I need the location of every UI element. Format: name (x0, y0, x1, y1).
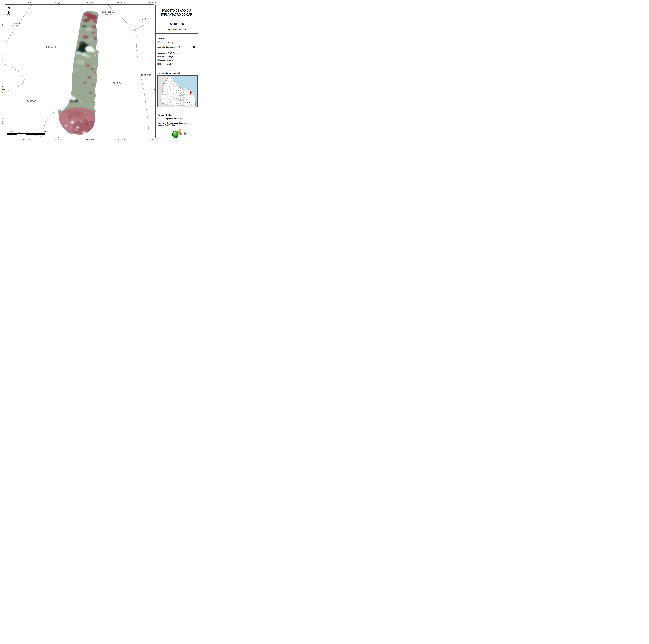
blue-channel-band: Band_2 (166, 63, 173, 65)
limite-municipal-swatch (158, 41, 160, 43)
label-sao-jose-de-mipibu: SÃO JOSÉ DE MIPIBU (102, 11, 115, 15)
lon-label-bottom-1: 35°24'0"W (23, 138, 31, 140)
scalebar-label-4km: 4 km (44, 130, 47, 132)
scalebar-label-0: 0 (7, 130, 8, 132)
red-channel-band: Band_5 (166, 55, 173, 58)
north-arrow: N (6, 7, 11, 16)
blue-channel-row: Blue:Band_2 (160, 63, 173, 65)
lon-label-bottom-5: 35°16'0"W (149, 138, 157, 140)
area-total-label: Área total do município (ha): (158, 46, 180, 48)
lat-label-3: 6°16'0"S (1, 86, 3, 93)
fbds-logo-text: fbds (178, 131, 187, 136)
green-channel-name: Green: (160, 59, 166, 61)
label-espirito-santo: ESPÍRITO SANTO (113, 82, 122, 87)
label-goianinha: GOIANINHA (140, 74, 151, 76)
tick-top-2 (58, 3, 58, 5)
lon-label-top-5: 35°16'0"W (149, 1, 157, 3)
rapideye-mosaic-map (5, 5, 154, 137)
north-label: N (6, 7, 11, 9)
label-passagem: PASSAGEM (27, 100, 38, 102)
tick-bottom-1 (27, 137, 27, 138)
green-channel-swatch (158, 59, 160, 61)
fonte-crs-line1: Sistema de Coordenadas Geográficas (158, 122, 188, 124)
fbds-logo: fbds (171, 129, 190, 139)
location-heading: Localização do Município (158, 72, 181, 74)
tick-bottom-3 (90, 137, 90, 138)
rn-state-inset (158, 76, 197, 107)
fonte-rule (156, 117, 198, 117)
lon-label-bottom-2: 35°22'0"W (54, 138, 62, 140)
rapideye-raster (54, 9, 101, 137)
north-arrow-icon (7, 9, 11, 15)
inset-label-pb: PB (187, 101, 190, 104)
red-channel-name: Red: (160, 55, 166, 58)
layout-side-panel: PROJETO DE APOIO À IMPLANTAÇÃO DO CAR JU… (155, 5, 198, 138)
tick-left-1 (3, 27, 5, 27)
fonte-source-line: Imagens Rapideye - Ano 2013 (158, 118, 182, 120)
divider-1 (156, 20, 198, 20)
tick-top-5 (153, 3, 153, 5)
lon-label-top-3: 35°20'0"W (86, 1, 94, 3)
green-channel-row: Green:Band_3 (160, 59, 173, 61)
lon-label-top-1: 35°24'0"W (23, 1, 31, 3)
label-lagoa-de-pedras: LAGOA DE PEDRAS (11, 22, 21, 27)
scalebar-label-1: 1 (16, 130, 17, 132)
green-channel-band: Band_3 (166, 59, 173, 61)
tick-top-1 (27, 3, 27, 5)
lon-label-top-2: 35°22'0"W (54, 1, 62, 3)
tick-left-3 (3, 89, 5, 90)
project-title-block: PROJETO DE APOIO À IMPLANTAÇÃO DO CAR (156, 5, 198, 20)
tick-bottom-5 (153, 137, 153, 138)
red-channel-row: Red:Band_5 (160, 55, 173, 58)
divider-2 (156, 34, 198, 34)
tick-bottom-2 (58, 137, 58, 138)
lon-label-bottom-3: 35°20'0"W (86, 138, 94, 140)
area-total-value: 4.468 (190, 46, 196, 48)
limite-municipal-label: Limite Municipal (161, 41, 175, 44)
lon-label-top-4: 35°18'0"W (117, 1, 125, 3)
fonte-crs-line2: Datum SIRGAS 2000 (158, 124, 175, 126)
municipality-title: JUNDIÁ - RN (156, 23, 198, 25)
inset-label-ce: CE (163, 82, 166, 85)
label-ares: ARÊS (142, 18, 147, 20)
project-title: PROJETO DE APOIO À IMPLANTAÇÃO DO CAR (161, 9, 192, 16)
scalebar (7, 133, 45, 135)
fonte-heading: Fonte de Dados (158, 114, 172, 116)
blue-channel-swatch (158, 63, 160, 65)
lon-label-bottom-4: 35°18'0"W (117, 138, 125, 140)
legend-heading: Legenda (158, 37, 166, 39)
scalebar-label-2: 2 (26, 130, 27, 132)
lat-label-1: 6°12'0"S (1, 24, 3, 30)
label-varzea: VÁRZEA (50, 124, 58, 127)
map-layout-page: LAGOA DE PEDRAS SÃO JOSÉ DE MIPIBU ARÊS … (0, 0, 201, 142)
product-subtitle: Mosaico RapidEye (156, 28, 198, 31)
scalebar-white-segment (17, 134, 26, 135)
lat-label-2: 6°14'0"S (1, 55, 3, 61)
location-inset-map: CE PB (157, 75, 198, 108)
main-map-frame (5, 4, 154, 137)
lat-label-4: 6°18'0"S (1, 118, 3, 124)
rgb-heading: Composição RGB Falsa-cor (158, 52, 180, 54)
label-brejinho: BREJINHO (46, 46, 56, 48)
tick-top-3 (90, 3, 90, 5)
red-channel-swatch (158, 55, 160, 57)
blue-channel-name: Blue: (160, 63, 166, 65)
